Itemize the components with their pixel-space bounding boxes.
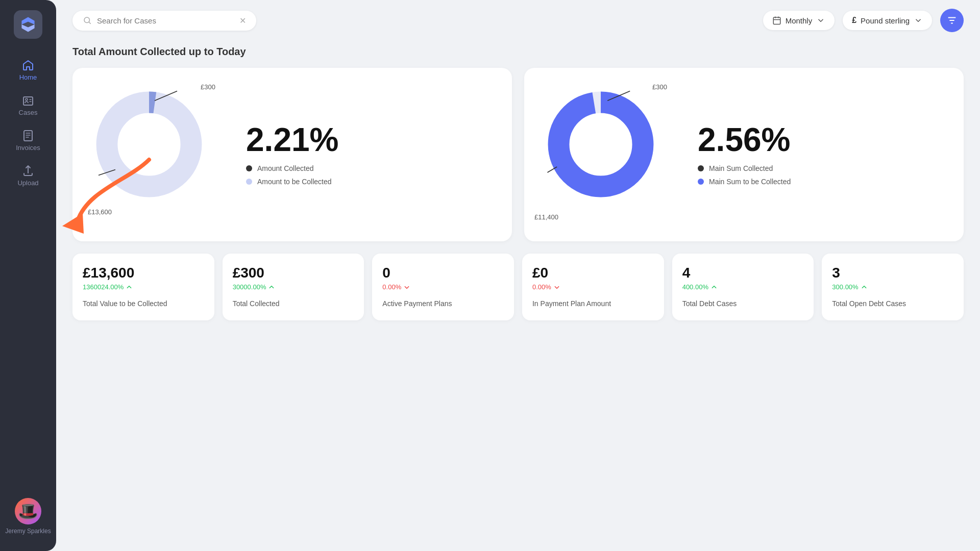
legend-item-collected: Amount Collected [246, 164, 338, 172]
svg-rect-4 [773, 17, 780, 24]
content-area: Total Amount Collected up to Today £300 [56, 41, 980, 551]
sidebar-nav: Home Cases Invoices [0, 54, 56, 493]
svg-rect-2 [24, 131, 32, 141]
app-logo[interactable] [14, 10, 42, 39]
upload-icon [22, 165, 34, 177]
search-clear-button[interactable]: ✕ [239, 16, 246, 26]
legend-label-main-collected: Main Sum Collected [709, 164, 773, 172]
chevron-down-icon [816, 16, 825, 25]
svg-point-5 [107, 103, 191, 187]
legend-dot-main-collected [698, 165, 704, 171]
chart1-percentage: 2.21% [246, 123, 338, 156]
stat-label-2: Active Payment Plans [382, 299, 504, 309]
donut-svg-2 [545, 88, 657, 201]
header: ✕ Monthly £ Pound sterling [56, 0, 980, 41]
stat-card-4: 4 400.00% Total Debt Cases [672, 254, 814, 320]
stat-change-5: 300.00% [832, 283, 953, 291]
charts-row: £300 £13,600 [72, 68, 964, 241]
stat-card-2: 0 0.00% Active Payment Plans [372, 254, 514, 320]
legend-dot-main-to-collect [698, 179, 704, 185]
legend-label-collected: Amount Collected [257, 164, 314, 172]
sidebar-item-cases-label: Cases [19, 109, 38, 116]
chart2-label-bottom: £11,400 [534, 213, 558, 221]
stat-card-0: £13,600 1360024.00% Total Value to be Co… [72, 254, 214, 320]
avatar: 🎩 [15, 498, 41, 524]
stat-value-0: £13,600 [83, 265, 204, 281]
chevron-down-icon-2 [914, 16, 923, 25]
stat-value-2: 0 [382, 265, 504, 281]
legend-label-main-to-collect: Main Sum to be Collected [709, 178, 791, 186]
sidebar-item-invoices-label: Invoices [16, 144, 40, 152]
stat-card-1: £300 30000.00% Total Collected [223, 254, 364, 320]
svg-point-3 [84, 17, 90, 23]
donut-chart-2: £300 £11,400 [545, 88, 677, 221]
legend-item-main-to-collect: Main Sum to be Collected [698, 178, 791, 186]
stat-card-3: £0 0.00% In Payment Plan Amount [522, 254, 664, 320]
legend-item-to-collect: Amount to be Collected [246, 178, 338, 186]
stat-value-4: 4 [682, 265, 804, 281]
stat-change-4: 400.00% [682, 283, 804, 291]
svg-marker-9 [62, 213, 84, 234]
search-icon [83, 16, 92, 25]
invoices-icon [22, 130, 34, 142]
stat-label-1: Total Collected [233, 299, 354, 309]
chart-card-2: £300 £11,400 2.56% [524, 68, 964, 241]
stat-label-4: Total Debt Cases [682, 299, 804, 309]
stats-row: £13,600 1360024.00% Total Value to be Co… [72, 254, 964, 320]
stat-change-3: 0.00% [532, 283, 654, 291]
sidebar-item-invoices[interactable]: Invoices [6, 124, 51, 157]
sidebar: Home Cases Invoices [0, 0, 56, 551]
chart2-percentage: 2.56% [698, 123, 791, 156]
stat-change-1: 30000.00% [233, 283, 354, 291]
currency-label: Pound sterling [861, 16, 910, 25]
sidebar-item-upload[interactable]: Upload [6, 160, 51, 192]
main-content: ✕ Monthly £ Pound sterling [56, 0, 980, 551]
legend-dot-collected [246, 165, 252, 171]
stat-change-2: 0.00% [382, 283, 504, 291]
sidebar-item-upload-label: Upload [17, 179, 38, 187]
stat-label-5: Total Open Debt Cases [832, 299, 953, 309]
chart1-legend: Amount Collected Amount to be Collected [246, 164, 338, 186]
currency-symbol: £ [852, 16, 856, 25]
currency-dropdown-button[interactable]: £ Pound sterling [843, 11, 932, 30]
sidebar-item-home-label: Home [19, 73, 37, 81]
monthly-label: Monthly [786, 16, 813, 25]
home-icon [22, 59, 34, 71]
search-input[interactable] [97, 16, 234, 25]
monthly-dropdown-button[interactable]: Monthly [763, 11, 835, 30]
stat-value-5: 3 [832, 265, 953, 281]
filter-button[interactable] [940, 9, 964, 32]
stat-label-0: Total Value to be Collected [83, 299, 204, 309]
chart2-label-top: £300 [652, 83, 667, 91]
header-right: Monthly £ Pound sterling [763, 9, 964, 32]
stat-value-3: £0 [532, 265, 654, 281]
chart1-info: 2.21% Amount Collected Amount to be Coll… [246, 123, 338, 186]
sidebar-item-home[interactable]: Home [6, 54, 51, 86]
page-title: Total Amount Collected up to Today [72, 46, 964, 58]
filter-icon [946, 15, 958, 26]
stat-value-1: £300 [233, 265, 354, 281]
donut-chart-1: £300 £13,600 [93, 88, 226, 221]
calendar-icon [772, 16, 781, 25]
chart1-label-top: £300 [201, 83, 215, 91]
stat-change-0: 1360024.00% [83, 283, 204, 291]
user-name: Jeremy Sparkles [5, 528, 51, 536]
chart2-info: 2.56% Main Sum Collected Main Sum to be … [698, 123, 791, 186]
cases-icon [22, 94, 34, 107]
svg-point-11 [559, 103, 643, 187]
chart2-legend: Main Sum Collected Main Sum to be Collec… [698, 164, 791, 186]
chart-card-1: £300 £13,600 [72, 68, 512, 241]
stat-label-3: In Payment Plan Amount [532, 299, 654, 309]
svg-point-1 [26, 98, 28, 101]
legend-dot-to-collect [246, 179, 252, 185]
sidebar-item-cases[interactable]: Cases [6, 89, 51, 121]
search-bar[interactable]: ✕ [72, 11, 256, 31]
svg-rect-0 [23, 97, 33, 105]
donut-svg-1 [93, 88, 205, 201]
sidebar-user[interactable]: 🎩 Jeremy Sparkles [5, 498, 51, 541]
stat-card-5: 3 300.00% Total Open Debt Cases [822, 254, 964, 320]
chart1-label-bottom: £13,600 [88, 208, 112, 216]
legend-item-main-collected: Main Sum Collected [698, 164, 791, 172]
legend-label-to-collect: Amount to be Collected [257, 178, 332, 186]
